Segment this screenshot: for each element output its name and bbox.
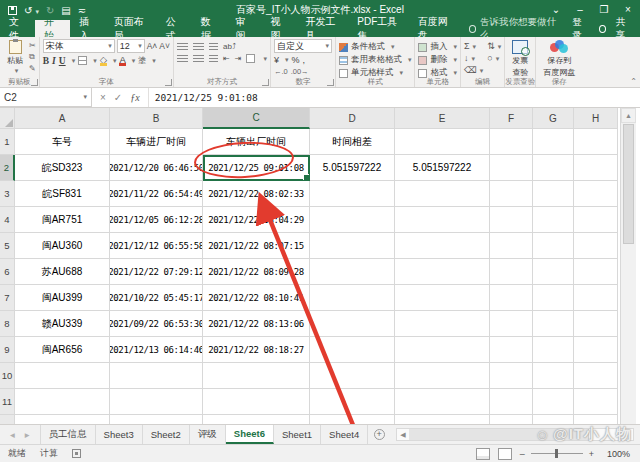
percent-icon[interactable]: %: [291, 55, 299, 65]
align-top-icon[interactable]: [177, 43, 188, 51]
zoom-slider[interactable]: [531, 453, 583, 454]
cell-H1[interactable]: [574, 129, 618, 155]
row-header-10[interactable]: 10: [0, 363, 15, 389]
zoom-out-icon[interactable]: –: [520, 449, 525, 459]
increase-indent-icon[interactable]: ⇥: [235, 54, 242, 63]
ribbon-tab-数据[interactable]: 数据: [192, 20, 227, 37]
cell-B9[interactable]: 2021/12/13 06:14:46: [110, 337, 203, 363]
increase-decimal-icon[interactable]: ←.0: [274, 67, 288, 76]
ribbon-tab-开始[interactable]: 开始: [35, 20, 70, 37]
row-header-12[interactable]: 12: [0, 415, 15, 424]
cell-C10[interactable]: [203, 363, 310, 389]
cell-F6[interactable]: [490, 259, 533, 285]
column-header-A[interactable]: A: [15, 108, 110, 129]
delete-cells-button[interactable]: 删除▾: [418, 54, 457, 66]
page-break-view-icon[interactable]: [498, 448, 512, 460]
calculate-status[interactable]: 计算: [40, 447, 58, 460]
clear-icon[interactable]: ⌫▾: [464, 65, 483, 75]
save-icon[interactable]: [8, 6, 17, 15]
cell-C6[interactable]: 2021/12/22 08:09:28: [203, 259, 310, 285]
column-header-D[interactable]: D: [310, 108, 395, 129]
cell-B11[interactable]: [110, 389, 203, 415]
cell-G6[interactable]: [533, 259, 574, 285]
column-header-C[interactable]: C: [203, 108, 310, 129]
page-layout-view-icon[interactable]: [476, 448, 490, 460]
formula-input[interactable]: 2021/12/25 9:01:08: [149, 88, 640, 107]
next-sheet-icon[interactable]: ▸: [25, 429, 30, 440]
grow-font-icon[interactable]: A˄: [147, 41, 158, 51]
comma-icon[interactable]: ,: [302, 55, 305, 65]
cell-H11[interactable]: [574, 389, 618, 415]
zoom-slider-thumb[interactable]: [555, 449, 558, 458]
cell-G7[interactable]: [533, 285, 574, 311]
enter-icon[interactable]: ✓: [114, 92, 122, 103]
cell-C2[interactable]: 2021/12/25 09:01:08: [203, 155, 310, 181]
select-all-corner[interactable]: [0, 108, 15, 129]
row-header-6[interactable]: 6: [0, 259, 15, 285]
cell-H9[interactable]: [574, 337, 618, 363]
bold-button[interactable]: B: [43, 56, 49, 66]
ribbon-tab-页面布局[interactable]: 页面布局: [105, 20, 157, 37]
cell-B8[interactable]: 2021/09/22 06:53:30: [110, 311, 203, 337]
cell-F1[interactable]: [490, 129, 533, 155]
merge-center-icon[interactable]: [246, 54, 255, 63]
cell-A11[interactable]: [15, 389, 110, 415]
ribbon-tab-插入[interactable]: 插入: [70, 20, 105, 37]
find-select-icon[interactable]: ○▾: [487, 53, 501, 63]
underline-button[interactable]: U: [59, 56, 66, 66]
cell-B7[interactable]: 2021/10/22 05:45:17: [110, 285, 203, 311]
cell-A10[interactable]: [15, 363, 110, 389]
cell-D12[interactable]: [310, 415, 395, 424]
ribbon-tab-文件[interactable]: 文件: [0, 20, 35, 37]
cell-B6[interactable]: 2021/12/22 07:29:12: [110, 259, 203, 285]
borders-icon[interactable]: [78, 56, 87, 65]
cell-F9[interactable]: [490, 337, 533, 363]
insert-cells-button[interactable]: 插入▾: [418, 41, 457, 53]
cell-E11[interactable]: [395, 389, 490, 415]
orientation-icon[interactable]: ab⤴: [223, 42, 236, 51]
phonetic-icon[interactable]: 塗: [138, 55, 146, 66]
ribbon-tab-百度网盘[interactable]: 百度网盘: [409, 20, 461, 37]
column-header-B[interactable]: B: [110, 108, 203, 129]
currency-icon[interactable]: ¥: [274, 55, 279, 65]
sheet-tab-Sheet2[interactable]: Sheet2: [143, 425, 190, 444]
align-right-icon[interactable]: [209, 55, 218, 63]
cell-D3[interactable]: [310, 181, 395, 207]
cell-F10[interactable]: [490, 363, 533, 389]
cell-A3[interactable]: 皖SF831: [15, 181, 110, 207]
ribbon-tab-PDF工具集[interactable]: PDF工具集: [348, 20, 408, 37]
cell-H7[interactable]: [574, 285, 618, 311]
conditional-formatting-button[interactable]: 条件格式▾: [339, 41, 412, 53]
number-dialog-launcher[interactable]: [327, 79, 334, 86]
alignment-dialog-launcher[interactable]: [262, 79, 269, 86]
cell-A7[interactable]: 闽AU399: [15, 285, 110, 311]
cell-E12[interactable]: [395, 415, 490, 424]
cell-B3[interactable]: 2021/11/22 06:54:49: [110, 181, 203, 207]
cell-D11[interactable]: [310, 389, 395, 415]
cell-F8[interactable]: [490, 311, 533, 337]
cell-D8[interactable]: [310, 311, 395, 337]
row-header-4[interactable]: 4: [0, 207, 15, 233]
collapse-ribbon-icon[interactable]: ⌃: [630, 77, 637, 86]
ribbon-tab-视图[interactable]: 视图: [262, 20, 297, 37]
cell-C8[interactable]: 2021/12/22 08:13:06: [203, 311, 310, 337]
maximize-button[interactable]: ❐: [592, 0, 616, 20]
row-header-5[interactable]: 5: [0, 233, 15, 259]
invoice-check-button[interactable]: 发票查验: [508, 39, 532, 79]
cell-E6[interactable]: [395, 259, 490, 285]
clipboard-dialog-launcher[interactable]: [31, 79, 38, 86]
cell-H5[interactable]: [574, 233, 618, 259]
cell-A1[interactable]: 车号: [15, 129, 110, 155]
cell-D7[interactable]: [310, 285, 395, 311]
cell-F3[interactable]: [490, 181, 533, 207]
decrease-decimal-icon[interactable]: .00→: [291, 67, 309, 76]
cell-A8[interactable]: 赣AU339: [15, 311, 110, 337]
cell-E1[interactable]: [395, 129, 490, 155]
autosum-icon[interactable]: Σ▾: [464, 41, 483, 51]
sheet-tab-Sheet6[interactable]: Sheet6: [226, 425, 274, 444]
cell-C11[interactable]: [203, 389, 310, 415]
macro-record-icon[interactable]: [72, 449, 81, 458]
cell-G10[interactable]: [533, 363, 574, 389]
column-header-F[interactable]: F: [490, 108, 533, 129]
vertical-scroll-thumb[interactable]: [623, 124, 634, 244]
